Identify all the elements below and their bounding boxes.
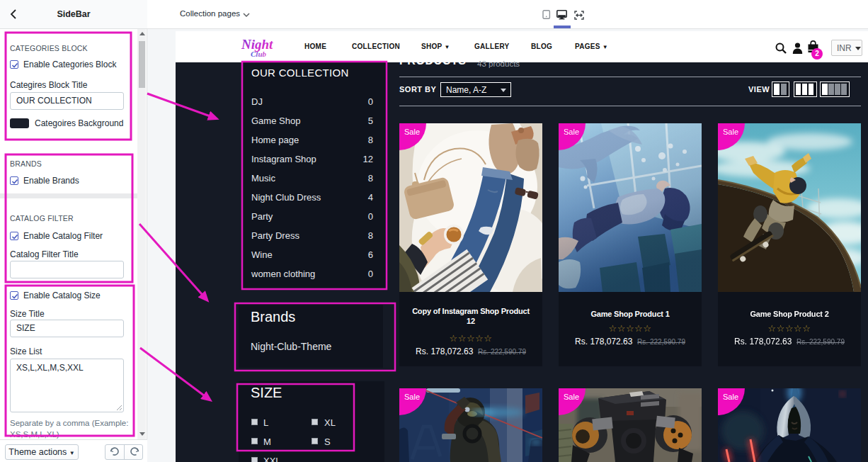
svg-text:Club: Club [251, 50, 267, 58]
